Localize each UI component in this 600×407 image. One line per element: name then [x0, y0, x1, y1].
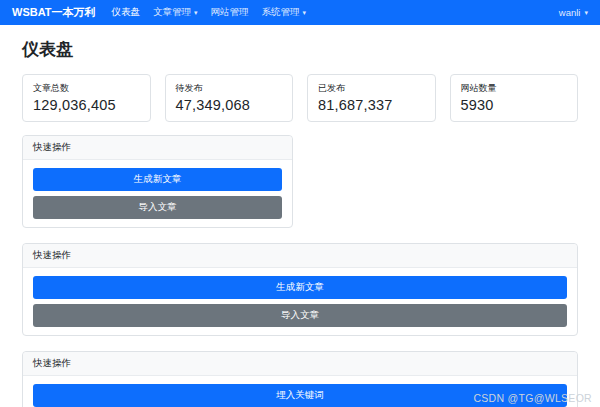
nav-item-article-management[interactable]: 文章管理 ▾ — [153, 6, 198, 19]
stat-label: 文章总数 — [33, 82, 140, 95]
stat-label: 待发布 — [176, 82, 283, 95]
stat-card-total-articles: 文章总数 129,036,405 — [22, 74, 151, 122]
nav-item-dashboard[interactable]: 仪表盘 — [112, 6, 141, 19]
stat-value: 129,036,405 — [33, 97, 140, 113]
main-content: 仪表盘 文章总数 129,036,405 待发布 47,349,068 已发布 … — [0, 25, 600, 407]
generate-article-button[interactable]: 生成新文章 — [33, 168, 282, 191]
stat-label: 已发布 — [318, 82, 425, 95]
top-navbar: WSBAT一本万利 仪表盘 文章管理 ▾ 网站管理 系统管理 ▾ wanli ▾ — [0, 0, 600, 25]
csdn-watermark: CSDN @TG@WLSEOR — [473, 392, 592, 404]
nav-item-label: 文章管理 — [153, 6, 191, 19]
import-article-button[interactable]: 导入文章 — [33, 196, 282, 219]
caret-down-icon: ▾ — [584, 9, 588, 16]
caret-down-icon: ▾ — [194, 9, 198, 16]
caret-down-icon: ▾ — [303, 9, 307, 16]
stat-label: 网站数量 — [461, 82, 568, 95]
panel-body: 生成新文章 导入文章 — [23, 268, 577, 335]
stat-card-pending-publish: 待发布 47,349,068 — [165, 74, 294, 122]
nav-item-label: 仪表盘 — [112, 6, 141, 19]
stats-row: 文章总数 129,036,405 待发布 47,349,068 已发布 81,6… — [22, 74, 578, 122]
stat-card-published: 已发布 81,687,337 — [307, 74, 436, 122]
nav-item-site-management[interactable]: 网站管理 — [211, 6, 249, 19]
nav-item-label: 系统管理 — [262, 6, 300, 19]
main-nav: 仪表盘 文章管理 ▾ 网站管理 系统管理 ▾ — [112, 6, 559, 19]
generate-article-button[interactable]: 生成新文章 — [33, 276, 567, 299]
nav-item-label: 网站管理 — [211, 6, 249, 19]
brand-logo[interactable]: WSBAT一本万利 — [12, 5, 96, 20]
quick-actions-panel-1: 快速操作 生成新文章 导入文章 — [22, 135, 293, 228]
stat-value: 81,687,337 — [318, 97, 425, 113]
page-title: 仪表盘 — [22, 38, 578, 61]
username: wanli — [559, 7, 581, 18]
panel-header: 快速操作 — [23, 244, 577, 268]
panel-header: 快速操作 — [23, 352, 577, 376]
nav-item-system-management[interactable]: 系统管理 ▾ — [262, 6, 307, 19]
stat-value: 5930 — [461, 97, 568, 113]
quick-actions-panel-2: 快速操作 生成新文章 导入文章 — [22, 243, 578, 336]
user-menu[interactable]: wanli ▾ — [559, 7, 588, 18]
panel-body: 生成新文章 导入文章 — [23, 160, 292, 227]
panel-header: 快速操作 — [23, 136, 292, 160]
stat-card-site-count: 网站数量 5930 — [450, 74, 579, 122]
stat-value: 47,349,068 — [176, 97, 283, 113]
import-article-button[interactable]: 导入文章 — [33, 304, 567, 327]
